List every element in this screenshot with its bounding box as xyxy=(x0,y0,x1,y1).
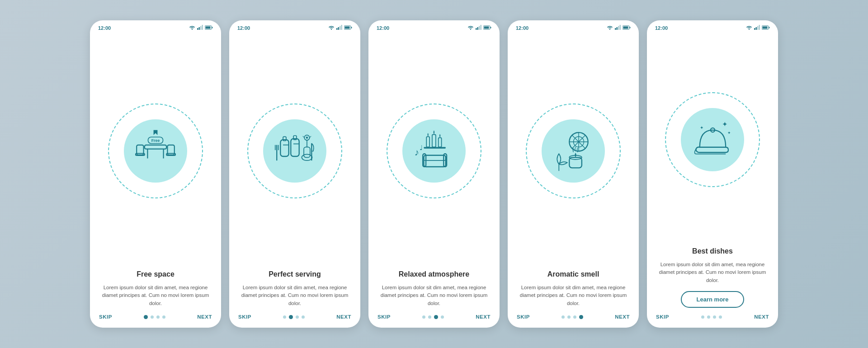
dot-4-0 xyxy=(561,315,565,319)
svg-rect-24 xyxy=(280,140,288,156)
nav-bar-4: SKIP NEXT xyxy=(508,308,639,328)
svg-rect-50 xyxy=(438,137,441,147)
svg-rect-22 xyxy=(345,26,350,28)
svg-rect-60 xyxy=(618,26,619,30)
dishes-icon: ✦ ✦ ✦ xyxy=(687,113,739,165)
skip-button-5[interactable]: SKIP xyxy=(656,314,669,320)
screen-title-4: Aromatic smell xyxy=(518,270,629,279)
time-3: 12:00 xyxy=(377,25,389,31)
content-5: Best dishes Lorem ipsum dolor sit dim am… xyxy=(647,241,778,308)
dot-3-3 xyxy=(441,315,444,319)
dot-1-0 xyxy=(144,315,148,319)
svg-text:♪: ♪ xyxy=(414,147,419,157)
skip-button-3[interactable]: SKIP xyxy=(377,314,391,320)
dots-2 xyxy=(283,315,305,319)
status-bar-1: 12:00 xyxy=(90,20,221,33)
screen-title-1: Free space xyxy=(100,270,211,279)
wifi-icon-5 xyxy=(746,25,752,31)
svg-rect-55 xyxy=(424,155,445,161)
svg-rect-64 xyxy=(630,27,631,28)
svg-rect-80 xyxy=(769,27,770,28)
learn-more-button[interactable]: Learn more xyxy=(681,291,744,308)
next-button-5[interactable]: NEXT xyxy=(754,314,769,320)
svg-rect-44 xyxy=(481,25,482,30)
battery-icon-5 xyxy=(762,25,770,31)
svg-rect-6 xyxy=(212,27,213,28)
nav-bar-3: SKIP NEXT xyxy=(368,308,500,328)
signal-icon xyxy=(197,25,203,31)
status-icons-5 xyxy=(746,25,770,31)
illustration-5: ✦ ✦ ✦ xyxy=(647,33,778,241)
next-button-1[interactable]: NEXT xyxy=(197,314,212,320)
battery-icon-2 xyxy=(344,25,352,31)
battery-icon-3 xyxy=(483,25,491,31)
svg-rect-58 xyxy=(615,28,616,30)
status-bar-2: 12:00 xyxy=(229,20,360,33)
dot-5-1 xyxy=(707,315,710,319)
phone-screen-5: 12:00 xyxy=(647,20,778,328)
aroma-icon xyxy=(547,125,599,177)
svg-rect-3 xyxy=(202,25,203,30)
svg-rect-27 xyxy=(291,139,299,156)
svg-text:Free: Free xyxy=(151,139,160,143)
svg-text:♩: ♩ xyxy=(420,144,423,151)
svg-text:✦: ✦ xyxy=(727,131,731,135)
skip-button-2[interactable]: SKIP xyxy=(238,314,251,320)
next-button-3[interactable]: NEXT xyxy=(476,314,491,320)
phone-screen-4: 12:00 xyxy=(508,20,639,328)
skip-button-1[interactable]: SKIP xyxy=(99,314,112,320)
circle-bg-5: ✦ ✦ ✦ xyxy=(681,108,744,171)
nav-bar-5: SKIP NEXT xyxy=(647,308,778,328)
content-2: Perfect serving Lorem ipsum dolor sit di… xyxy=(229,264,360,308)
status-icons-4 xyxy=(607,25,631,31)
svg-rect-41 xyxy=(476,28,477,30)
dot-1-2 xyxy=(156,315,160,319)
skip-button-4[interactable]: SKIP xyxy=(517,314,530,320)
dot-3-0 xyxy=(422,315,425,319)
svg-rect-63 xyxy=(623,26,628,28)
status-icons-3 xyxy=(467,25,491,31)
time-4: 12:00 xyxy=(516,25,528,31)
dot-1-3 xyxy=(162,315,165,319)
screen-title-2: Perfect serving xyxy=(239,270,350,279)
screen-title-5: Best dishes xyxy=(657,247,768,256)
svg-rect-0 xyxy=(197,28,198,30)
dot-3-2 xyxy=(434,315,438,319)
illustration-1: Free xyxy=(90,33,221,264)
signal-icon-3 xyxy=(476,25,481,31)
status-bar-5: 12:00 xyxy=(647,20,778,33)
signal-icon-2 xyxy=(336,25,342,31)
svg-rect-35 xyxy=(304,147,310,157)
dots-5 xyxy=(701,315,722,319)
svg-rect-18 xyxy=(338,27,340,30)
illustration-2 xyxy=(229,33,360,264)
time-1: 12:00 xyxy=(98,25,111,31)
status-bar-4: 12:00 xyxy=(508,20,639,33)
svg-rect-5 xyxy=(206,26,211,28)
svg-rect-46 xyxy=(484,26,489,28)
screen-desc-4: Lorem ipsum dolor sit dim amet, mea regi… xyxy=(518,284,629,308)
dot-2-2 xyxy=(296,315,299,319)
next-button-2[interactable]: NEXT xyxy=(336,314,351,320)
svg-rect-52 xyxy=(424,155,445,167)
svg-rect-61 xyxy=(620,25,621,30)
svg-rect-49 xyxy=(432,135,435,147)
screen-desc-5: Lorem ipsum dolor sit dim amet, mea regi… xyxy=(657,261,768,285)
illustration-3: ♪ ♩ xyxy=(368,33,500,264)
svg-rect-76 xyxy=(757,26,759,30)
svg-rect-77 xyxy=(759,25,760,30)
nav-bar-1: SKIP NEXT xyxy=(90,308,221,328)
battery-icon-4 xyxy=(623,25,631,31)
nav-bar-2: SKIP NEXT xyxy=(229,308,360,328)
svg-text:✦: ✦ xyxy=(722,120,728,128)
next-button-4[interactable]: NEXT xyxy=(615,314,630,320)
content-1: Free space Lorem ipsum dolor sit dim ame… xyxy=(90,264,221,308)
svg-rect-75 xyxy=(756,27,757,30)
svg-rect-74 xyxy=(754,28,755,30)
signal-icon-5 xyxy=(754,25,760,31)
dot-1-1 xyxy=(151,315,154,319)
circle-bg-1: Free xyxy=(124,119,187,183)
svg-rect-20 xyxy=(341,25,343,30)
content-3: Relaxed atmosphere Lorem ipsum dolor sit… xyxy=(368,264,500,308)
illustration-4 xyxy=(508,33,639,264)
